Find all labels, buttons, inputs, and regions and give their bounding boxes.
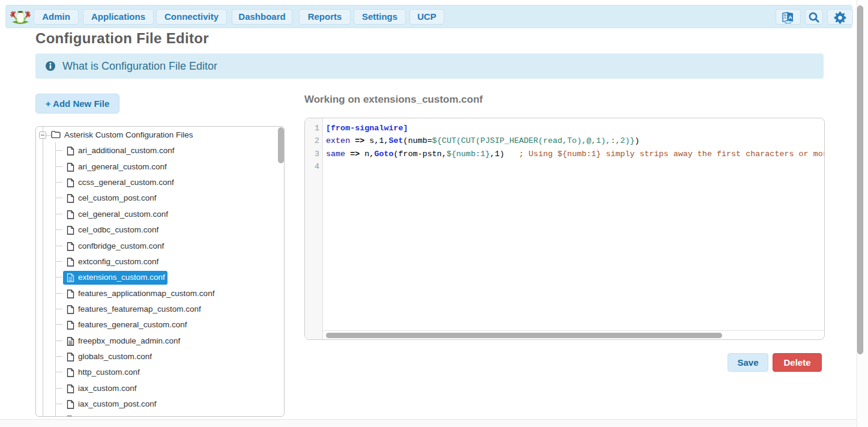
svg-text:A: A bbox=[788, 14, 792, 20]
